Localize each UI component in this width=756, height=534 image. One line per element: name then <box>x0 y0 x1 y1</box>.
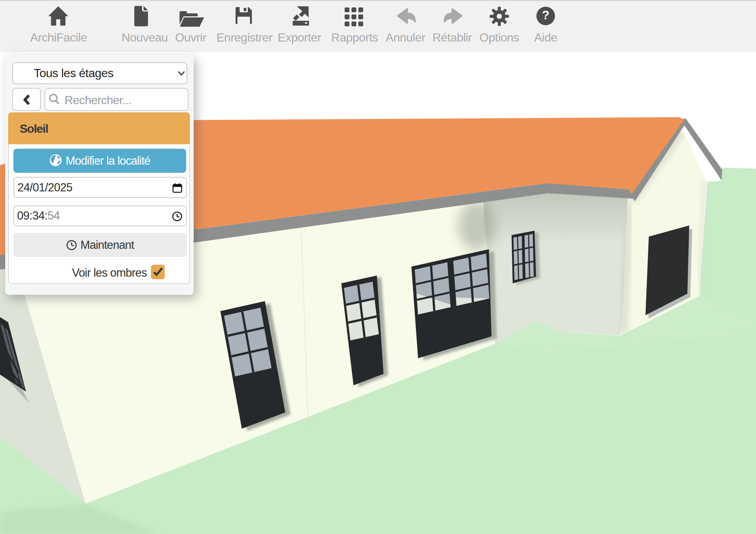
svg-text:?: ? <box>542 8 549 22</box>
